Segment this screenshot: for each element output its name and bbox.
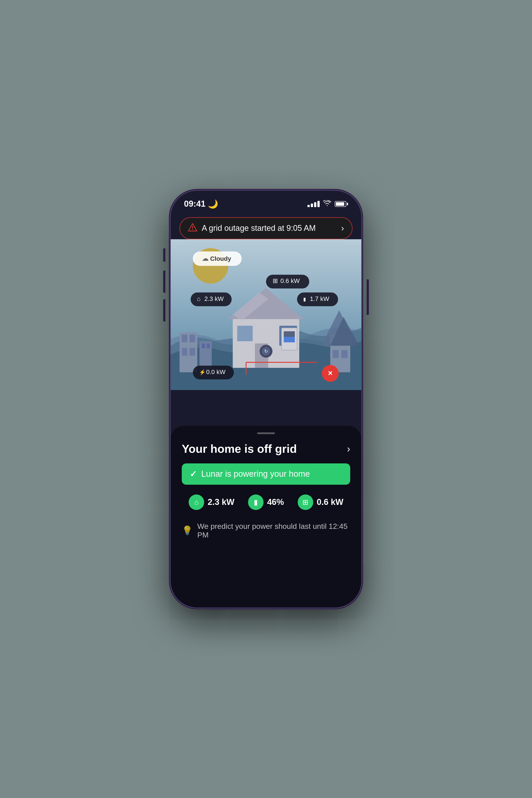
notification-text: A grid outage started at 9:05 AM	[202, 224, 337, 233]
phone-wrapper: 09:41 🌙	[166, 182, 366, 616]
svg-rect-18	[341, 350, 347, 358]
status-time: 09:41 🌙	[184, 199, 218, 209]
mute-button[interactable]	[163, 248, 165, 262]
panel-header: Your home is off grid ›	[182, 442, 350, 455]
stat-home: ⌂ 2.3 kW	[189, 494, 234, 510]
svg-text:⌂: ⌂	[197, 295, 201, 302]
power-button[interactable]	[367, 279, 369, 315]
status-icons	[307, 200, 348, 208]
home-stat-icon: ⌂	[189, 494, 204, 510]
svg-text:▮: ▮	[303, 297, 306, 302]
battery-stat-icon: ▮	[248, 494, 264, 510]
bottom-panel: Your home is off grid › ✓ Lunar is power…	[171, 426, 361, 608]
signal-icon	[307, 201, 320, 207]
svg-rect-30	[284, 337, 295, 342]
notification-chevron: ›	[341, 224, 344, 233]
svg-text:1.7 kW: 1.7 kW	[310, 295, 329, 302]
svg-rect-26	[237, 326, 253, 341]
notification-banner[interactable]: A grid outage started at 9:05 AM ›	[179, 217, 353, 239]
home-stat-value: 2.3 kW	[208, 497, 234, 507]
svg-rect-9	[182, 348, 187, 356]
svg-text:2.3 kW: 2.3 kW	[204, 295, 224, 302]
scene-area: ↻ ☁ Cloudy ⊞ 0.6 kW ⌂ 2.3 kW	[171, 239, 361, 390]
svg-text:0.6 kW: 0.6 kW	[280, 278, 300, 284]
lightbulb-icon: 💡	[182, 525, 193, 536]
stat-battery: ▮ 46%	[248, 494, 284, 510]
svg-text:×: ×	[328, 368, 332, 378]
status-bar: 09:41 🌙	[171, 191, 361, 213]
svg-rect-10	[190, 348, 195, 356]
time-display: 09:41	[184, 199, 206, 209]
svg-rect-17	[332, 350, 339, 358]
svg-text:⚡: ⚡	[199, 369, 206, 375]
svg-text:☁: ☁	[202, 254, 209, 262]
svg-text:⊞: ⊞	[273, 278, 278, 284]
screen: 09:41 🌙	[171, 191, 361, 608]
stat-solar: ⊞ 0.6 kW	[298, 494, 343, 510]
battery-stat-value: 46%	[267, 497, 284, 507]
battery-icon	[335, 201, 348, 207]
phone-body: 09:41 🌙	[171, 191, 361, 608]
stats-row: ⌂ 2.3 kW ▮ 46% ⊞ 0.6 kW	[182, 494, 350, 510]
svg-rect-7	[182, 335, 187, 342]
check-icon: ✓	[190, 469, 197, 479]
svg-rect-13	[207, 343, 210, 348]
status-banner-text: Lunar is powering your home	[201, 469, 310, 479]
solar-stat-icon: ⊞	[298, 494, 313, 510]
svg-text:0.0 kW: 0.0 kW	[206, 368, 226, 375]
svg-point-0	[192, 229, 193, 230]
status-banner: ✓ Lunar is powering your home	[182, 463, 350, 485]
moon-icon: 🌙	[208, 199, 218, 209]
svg-rect-12	[202, 343, 205, 348]
solar-stat-value: 0.6 kW	[317, 497, 343, 507]
svg-text:Cloudy: Cloudy	[210, 255, 231, 262]
panel-title: Your home is off grid	[182, 442, 297, 455]
wifi-icon	[323, 200, 331, 208]
svg-text:↻: ↻	[264, 349, 268, 354]
drag-handle[interactable]	[257, 432, 275, 434]
volume-down-button[interactable]	[163, 299, 165, 322]
prediction-row: 💡 We predict your power should last unti…	[182, 520, 350, 542]
warning-icon	[188, 223, 197, 233]
panel-header-chevron[interactable]: ›	[347, 443, 350, 454]
svg-rect-8	[190, 335, 195, 342]
volume-up-button[interactable]	[163, 270, 165, 293]
prediction-text: We predict your power should last until …	[197, 522, 350, 539]
